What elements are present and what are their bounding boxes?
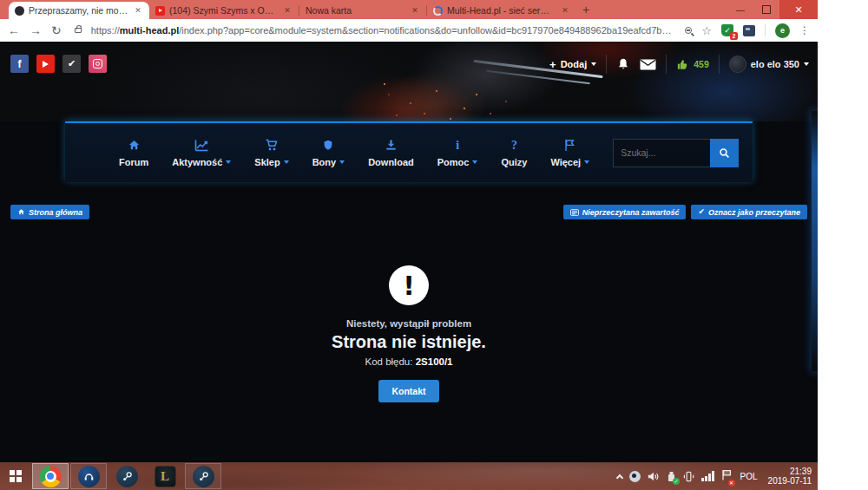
chevron-down-icon	[226, 160, 231, 164]
youtube-favicon	[155, 6, 165, 16]
tab-new-tab[interactable]: Nowa karta ✕	[299, 2, 426, 19]
tray-expand-icon[interactable]	[616, 474, 623, 480]
nav-item-quizy[interactable]: ? Quizy	[501, 139, 527, 167]
profile-avatar[interactable]: e	[775, 23, 790, 38]
screen: Przepraszamy, nie możemy tego ✕ (104) Sz…	[0, 0, 818, 490]
chrome-menu-icon[interactable]: ⋮	[799, 24, 810, 36]
taskbar-steam[interactable]	[108, 463, 145, 489]
mark-read-button[interactable]: ✔ Oznacz jako przeczytane	[691, 205, 807, 219]
language-indicator[interactable]: POL	[740, 472, 758, 481]
taskbar-clock[interactable]: 21:39 2019-07-11	[768, 467, 812, 487]
header-divider	[666, 55, 667, 74]
usb-device-icon[interactable]: ✓	[667, 471, 676, 482]
shield-icon	[322, 139, 334, 152]
nav-label: Download	[368, 157, 414, 167]
error-code-value: 2S100/1	[416, 356, 453, 367]
steam-icon	[116, 466, 138, 487]
taskbar-discord[interactable]	[70, 463, 107, 489]
check-icon: ✔	[698, 208, 705, 216]
discord-headset-icon	[78, 466, 100, 487]
nav-item-download[interactable]: Download	[368, 139, 414, 167]
tab-title: Nowa karta	[306, 5, 405, 16]
bookmark-star-icon[interactable]: ☆	[701, 24, 712, 37]
maximize-button[interactable]	[753, 0, 779, 19]
search-icon	[719, 147, 730, 159]
new-tab-button[interactable]: +	[576, 1, 595, 18]
unread-content-button[interactable]: Nieprzeczytana zawartość	[563, 205, 687, 219]
close-window-button[interactable]: ✕	[779, 0, 818, 19]
taskbar-league-of-legends[interactable]: L	[147, 463, 183, 489]
nav-label: Forum	[119, 157, 148, 167]
search-button[interactable]	[710, 139, 739, 167]
browser-toolbar: ← → ↻ https://multi-head.pl/index.php?ap…	[0, 19, 818, 42]
flag-icon	[564, 139, 575, 152]
breadcrumb-home-label: Strona główna	[29, 208, 82, 217]
notifications-bell-icon[interactable]	[616, 57, 630, 71]
steam-tray-icon[interactable]	[629, 471, 641, 482]
adblock-shield-icon[interactable]: ✓2	[721, 24, 733, 36]
forward-button[interactable]: →	[30, 24, 42, 36]
adblock-badge: 2	[730, 32, 738, 40]
toolbar-divider	[765, 24, 766, 36]
error-code-label: Kod błędu:	[365, 356, 412, 367]
activity-chart-icon	[194, 139, 209, 152]
reputation-count: 459	[694, 59, 709, 69]
hardware-device-icon[interactable]	[683, 471, 694, 482]
volume-icon[interactable]	[648, 471, 660, 482]
close-tab-icon[interactable]: ✕	[410, 5, 420, 16]
tab-error-page[interactable]: Przepraszamy, nie możemy tego ✕	[9, 2, 149, 19]
nav-item-pomoc[interactable]: i Pomoc	[437, 139, 478, 167]
extension-icon[interactable]	[743, 25, 755, 36]
steam-icon[interactable]: ✔	[62, 55, 81, 73]
clock-time: 21:39	[768, 467, 812, 477]
tab-title: Multi-Head.pl - sieć serwerów CS	[447, 5, 556, 16]
cart-icon	[265, 139, 279, 152]
tab-title: Przepraszamy, nie możemy tego	[29, 5, 128, 16]
breadcrumb-home-button[interactable]: Strona główna	[10, 205, 89, 219]
messages-envelope-icon[interactable]	[640, 59, 656, 70]
header-divider	[719, 55, 720, 74]
site-favicon	[15, 6, 24, 16]
start-button[interactable]	[0, 462, 31, 490]
windows-taskbar: L ✓ ✕	[0, 462, 818, 490]
nav-item-wiecej[interactable]: Więcej	[550, 139, 589, 167]
add-content-button[interactable]: + Dodaj	[549, 58, 596, 71]
clock-date: 2019-07-11	[768, 476, 812, 487]
check-icon: ✓	[673, 478, 680, 485]
back-button[interactable]: ←	[8, 24, 20, 36]
nav-item-bony[interactable]: Bony	[312, 139, 345, 167]
tab-youtube[interactable]: (104) Szymi Szyms x OsaKa - Yak ✕	[149, 2, 299, 19]
taskbar-steam-2[interactable]	[185, 463, 221, 489]
tab-multihead[interactable]: Multi-Head.pl - sieć serwerów CS ✕	[427, 2, 576, 19]
social-links: f ✔	[10, 55, 107, 73]
steam-icon	[193, 466, 214, 487]
close-tab-icon[interactable]: ✕	[133, 5, 143, 16]
network-signal-icon[interactable]	[701, 471, 714, 481]
search-box	[613, 139, 739, 167]
user-menu[interactable]: elo elo 350	[729, 56, 809, 73]
error-badge: ✕	[728, 480, 735, 487]
nav-item-sklep[interactable]: Sklep	[254, 139, 288, 167]
close-tab-icon[interactable]: ✕	[282, 5, 293, 16]
action-center-flag-icon[interactable]: ✕	[721, 468, 732, 484]
nav-item-forum[interactable]: Forum	[119, 139, 148, 167]
chevron-down-icon	[284, 160, 289, 164]
contact-button[interactable]: Kontakt	[378, 380, 438, 402]
url-path: /index.php?app=core&module=system&sectio…	[179, 25, 675, 36]
reputation-counter[interactable]: 459	[676, 58, 709, 71]
reload-button[interactable]: ↻	[51, 24, 62, 36]
youtube-icon[interactable]	[36, 55, 55, 73]
close-tab-icon[interactable]: ✕	[560, 5, 570, 16]
instagram-icon[interactable]	[89, 55, 107, 73]
search-input[interactable]	[613, 139, 710, 167]
zoom-out-icon[interactable]	[685, 27, 692, 34]
home-icon	[17, 208, 25, 216]
question-icon: ?	[511, 139, 517, 152]
facebook-icon[interactable]: f	[10, 55, 29, 73]
minimize-button[interactable]: —	[727, 0, 753, 19]
main-navigation: Forum Aktywność Sklep Bony	[65, 121, 753, 182]
address-bar[interactable]: https://multi-head.pl/index.php?app=core…	[91, 25, 676, 36]
nav-item-aktywnosc[interactable]: Aktywność	[172, 139, 231, 167]
unread-content-label: Nieprzeczytana zawartość	[582, 208, 680, 217]
taskbar-chrome[interactable]	[32, 463, 69, 489]
